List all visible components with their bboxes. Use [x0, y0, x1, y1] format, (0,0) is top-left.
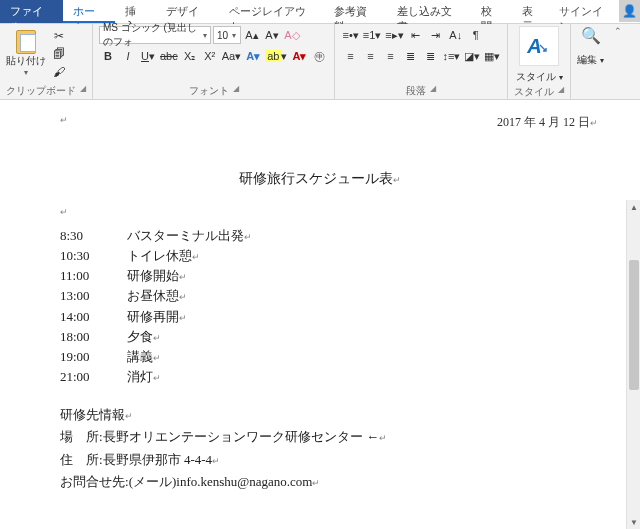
- group-editing: 🔍 編集 ▾: [571, 24, 610, 99]
- ribbon: 貼り付け ▾ ✂ 🗐 🖌 クリップボード◢ MS ゴシック (見出しのフォ▾ 1…: [0, 24, 640, 100]
- tab-references[interactable]: 参考資料: [324, 0, 387, 23]
- shrink-font-icon[interactable]: A▾: [263, 26, 281, 44]
- tab-design[interactable]: デザイン: [156, 0, 219, 23]
- schedule-row: 18:00 夕食↵: [60, 328, 580, 346]
- font-family-select[interactable]: MS ゴシック (見出しのフォ▾: [99, 26, 211, 44]
- ribbon-tabbar: ファイル ホーム 挿入 デザイン ページレイアウト 参考資料 差し込み文書 校閲…: [0, 0, 640, 24]
- bullets-button[interactable]: ≡•▾: [341, 26, 359, 44]
- tab-view[interactable]: 表示: [512, 0, 553, 23]
- justify-button[interactable]: ≣: [401, 47, 419, 65]
- clear-format-icon[interactable]: A◇: [283, 26, 301, 44]
- collapse-ribbon-icon[interactable]: ⌃: [614, 26, 622, 36]
- group-clipboard: 貼り付け ▾ ✂ 🗐 🖌 クリップボード◢: [0, 24, 93, 99]
- scroll-down-icon[interactable]: ▼: [627, 515, 640, 529]
- document-page[interactable]: 2017 年 4 月 12 日↵ ↵ 研修旅行スケジュール表↵ ↵ 8:30 バ…: [0, 100, 640, 529]
- contact-value: (メール)info.kenshu@nagano.com: [129, 474, 313, 489]
- clipboard-dialog-icon[interactable]: ◢: [80, 84, 86, 98]
- doc-title: 研修旅行スケジュール表: [239, 171, 393, 186]
- schedule-row: 21:00 消灯↵: [60, 368, 580, 386]
- paste-button[interactable]: 貼り付け: [6, 54, 46, 68]
- sort-button[interactable]: A↓: [447, 26, 465, 44]
- vertical-scrollbar[interactable]: ▲ ▼: [626, 200, 640, 529]
- group-paragraph: ≡•▾ ≡1▾ ≡▸▾ ⇤ ⇥ A↓ ¶ ≡ ≡ ≡ ≣ ≣ ↕≡▾ ◪▾ ▦▾: [335, 24, 508, 99]
- scroll-thumb[interactable]: [629, 260, 639, 390]
- tab-file[interactable]: ファイル: [0, 0, 63, 23]
- tab-page-layout[interactable]: ページレイアウト: [219, 0, 324, 23]
- align-center-button[interactable]: ≡: [361, 47, 379, 65]
- paste-icon[interactable]: [13, 26, 39, 54]
- tab-home[interactable]: ホーム: [63, 0, 115, 23]
- scroll-up-icon[interactable]: ▲: [627, 200, 640, 214]
- enclose-char-button[interactable]: ㊥: [310, 47, 328, 65]
- font-size-select[interactable]: 10▾: [213, 26, 241, 44]
- tab-review[interactable]: 校閲: [471, 0, 512, 23]
- align-left-button[interactable]: ≡: [341, 47, 359, 65]
- grow-font-icon[interactable]: A▴: [243, 26, 261, 44]
- document-canvas: 2017 年 4 月 12 日↵ ↵ 研修旅行スケジュール表↵ ↵ 8:30 バ…: [0, 100, 640, 529]
- format-painter-icon[interactable]: 🖌: [50, 64, 68, 80]
- place-label: 場 所:: [60, 429, 103, 444]
- tab-mailings[interactable]: 差し込み文書: [387, 0, 471, 23]
- decrease-indent-button[interactable]: ⇤: [407, 26, 425, 44]
- cut-icon[interactable]: ✂: [50, 28, 68, 44]
- copy-icon[interactable]: 🗐: [50, 46, 68, 62]
- superscript-button[interactable]: X²: [201, 47, 219, 65]
- group-clipboard-label: クリップボード: [6, 84, 76, 98]
- subscript-button[interactable]: X₂: [181, 47, 199, 65]
- contact-label: お問合せ先:: [60, 474, 129, 489]
- editing-button[interactable]: 編集 ▾: [577, 53, 604, 67]
- user-icon: 👤: [622, 4, 637, 18]
- place-value: 長野オリエンテーションワーク研修センター ←: [103, 429, 379, 444]
- group-styles: A スタイル ▾ スタイル◢: [508, 24, 571, 99]
- schedule-list: 8:30 バスターミナル出発↵10:30 トイレ休憩↵11:00 研修開始↵13…: [60, 227, 580, 387]
- distribute-button[interactable]: ≣: [421, 47, 439, 65]
- styles-gallery-icon[interactable]: A: [519, 26, 559, 66]
- strike-button[interactable]: abc: [159, 47, 179, 65]
- info-section: 研修先情報↵ 場 所:長野オリエンテーションワーク研修センター ←↵ 住 所:長…: [60, 406, 580, 491]
- increase-indent-button[interactable]: ⇥: [427, 26, 445, 44]
- styles-button[interactable]: スタイル ▾: [516, 70, 563, 84]
- shading-button[interactable]: ◪▾: [463, 47, 481, 65]
- numbering-button[interactable]: ≡1▾: [362, 26, 383, 44]
- styles-dialog-icon[interactable]: ◢: [558, 85, 564, 99]
- group-paragraph-label: 段落: [406, 84, 426, 98]
- group-styles-label: スタイル: [514, 85, 554, 99]
- underline-button[interactable]: U▾: [139, 47, 157, 65]
- paste-dropdown[interactable]: ▾: [24, 68, 28, 77]
- schedule-row: 13:00 お昼休憩↵: [60, 287, 580, 305]
- schedule-row: 10:30 トイレ休憩↵: [60, 247, 580, 265]
- change-case-button[interactable]: Aa▾: [221, 47, 242, 65]
- font-dialog-icon[interactable]: ◢: [233, 84, 239, 98]
- schedule-row: 11:00 研修開始↵: [60, 267, 580, 285]
- find-icon[interactable]: 🔍: [581, 26, 601, 45]
- schedule-row: 14:00 研修再開↵: [60, 308, 580, 326]
- addr-value: 長野県伊那市 4-4-4: [103, 452, 212, 467]
- align-right-button[interactable]: ≡: [381, 47, 399, 65]
- bold-button[interactable]: B: [99, 47, 117, 65]
- group-font: MS ゴシック (見出しのフォ▾ 10▾ A▴ A▾ A◇ B I U▾ abc…: [93, 24, 335, 99]
- user-avatar[interactable]: 👤: [619, 0, 640, 22]
- line-spacing-button[interactable]: ↕≡▾: [441, 47, 461, 65]
- italic-button[interactable]: I: [119, 47, 137, 65]
- show-marks-button[interactable]: ¶: [467, 26, 485, 44]
- schedule-row: 19:00 講義↵: [60, 348, 580, 366]
- text-effect-button[interactable]: A▾: [244, 47, 262, 65]
- paragraph-dialog-icon[interactable]: ◢: [430, 84, 436, 98]
- doc-date: 2017 年 4 月 12 日: [497, 115, 590, 129]
- tab-insert[interactable]: 挿入: [115, 0, 156, 23]
- group-font-label: フォント: [189, 84, 229, 98]
- highlight-button[interactable]: ab▾: [264, 47, 288, 65]
- addr-label: 住 所:: [60, 452, 103, 467]
- signin-link[interactable]: サインイン: [553, 0, 618, 23]
- font-color-button[interactable]: A▾: [290, 47, 308, 65]
- info-heading: 研修先情報: [60, 407, 125, 422]
- borders-button[interactable]: ▦▾: [483, 47, 501, 65]
- schedule-row: 8:30 バスターミナル出発↵: [60, 227, 580, 245]
- multilevel-button[interactable]: ≡▸▾: [384, 26, 404, 44]
